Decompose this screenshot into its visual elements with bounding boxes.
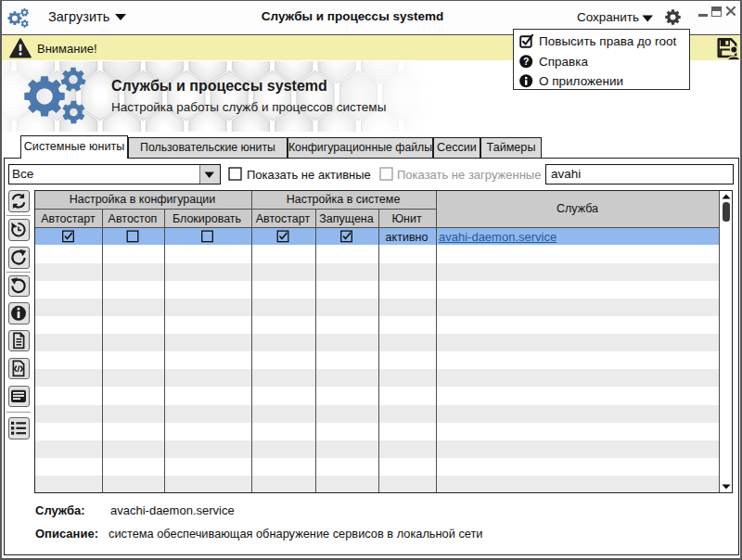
svg-text:?: ? xyxy=(523,56,529,67)
